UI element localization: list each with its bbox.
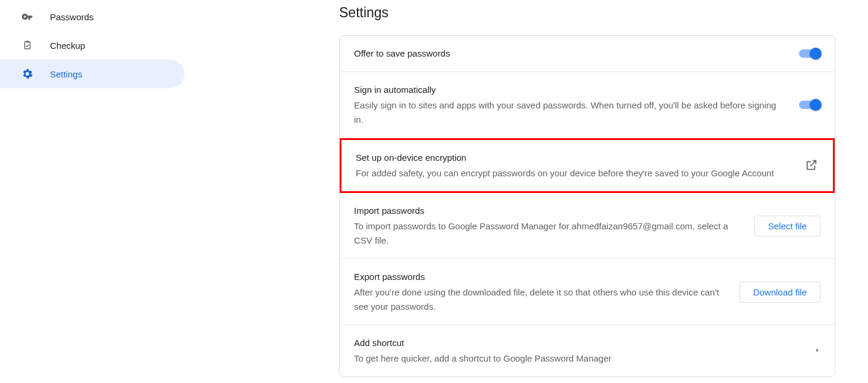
chevron-right-icon <box>814 347 820 353</box>
gear-icon <box>21 68 33 80</box>
row-title: Export passwords <box>354 270 728 284</box>
main-content: Settings Offer to save passwords Sign in… <box>184 0 868 383</box>
sidebar-item-label: Settings <box>50 69 82 79</box>
settings-card: Offer to save passwords Sign in automati… <box>339 35 835 377</box>
select-file-button[interactable]: Select file <box>754 216 820 236</box>
row-title: Sign in automatically <box>354 83 787 97</box>
row-add-shortcut[interactable]: Add shortcut To get here quicker, add a … <box>340 325 835 376</box>
row-desc: After you're done using the downloaded f… <box>354 285 728 314</box>
row-title: Offer to save passwords <box>354 46 787 61</box>
row-import: Import passwords To import passwords to … <box>340 193 835 259</box>
auto-signin-toggle[interactable] <box>799 101 820 109</box>
sidebar: Passwords Checkup Settings <box>0 0 184 383</box>
svg-rect-0 <box>25 42 30 49</box>
row-auto-signin: Sign in automatically Easily sign in to … <box>340 72 835 138</box>
row-title: Add shortcut <box>354 336 803 350</box>
page-title: Settings <box>339 5 835 21</box>
row-title: Import passwords <box>354 204 742 218</box>
row-offer-save: Offer to save passwords <box>340 36 835 72</box>
clipboard-check-icon <box>21 39 33 51</box>
download-file-button[interactable]: Download file <box>739 282 820 303</box>
sidebar-item-label: Passwords <box>50 12 93 22</box>
row-desc: Easily sign in to sites and apps with yo… <box>354 98 782 127</box>
row-desc: To import passwords to Google Password M… <box>354 219 742 248</box>
row-title: Set up on-device encryption <box>356 151 792 165</box>
svg-rect-1 <box>26 41 29 43</box>
row-desc: To get here quicker, add a shortcut to G… <box>354 351 782 366</box>
row-export: Export passwords After you're done using… <box>340 259 835 325</box>
row-desc: For added safety, you can encrypt passwo… <box>356 166 784 180</box>
sidebar-item-passwords[interactable]: Passwords <box>0 2 184 31</box>
sidebar-item-settings[interactable]: Settings <box>0 60 184 88</box>
sidebar-item-label: Checkup <box>50 41 85 51</box>
offer-save-toggle[interactable] <box>799 49 820 58</box>
sidebar-item-checkup[interactable]: Checkup <box>0 31 184 60</box>
row-encryption[interactable]: Set up on-device encryption For added sa… <box>340 138 835 193</box>
open-in-new-icon[interactable] <box>804 158 819 172</box>
key-icon <box>21 11 33 23</box>
